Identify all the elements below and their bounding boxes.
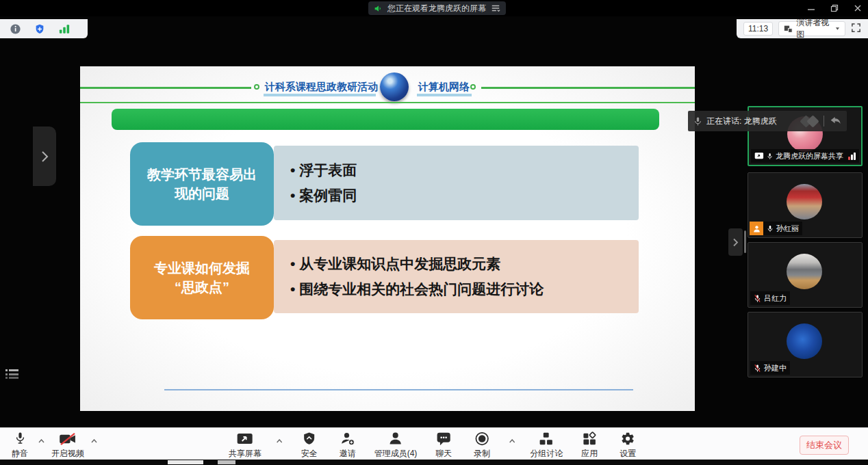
close-button[interactable]: [853, 3, 863, 13]
chevron-down-icon: [835, 27, 840, 31]
sidebar-collapse-handle[interactable]: [728, 228, 743, 256]
slide-row1-title-box: 教学环节最容易出现的问题: [130, 142, 274, 226]
watching-screen-pill[interactable]: 您正在观看龙腾虎跃的屏幕: [368, 1, 506, 15]
header-ring-left: [254, 84, 259, 90]
apps-icon: [583, 431, 597, 446]
meeting-toolbar: 静音 开启视频 共享屏幕 安全 邀请: [0, 427, 868, 460]
settings-button[interactable]: 设置: [616, 431, 639, 460]
start-video-button[interactable]: 开启视频: [51, 431, 84, 460]
network-signal-icon: [848, 152, 856, 160]
mute-options-chevron[interactable]: [38, 439, 44, 443]
slide-row1-content-box: 浮于表面 案例雷同: [274, 146, 639, 220]
person-icon: [389, 431, 403, 446]
mic-icon: [693, 116, 702, 127]
signal-bars-icon: [59, 24, 70, 34]
shield-icon: [303, 431, 316, 446]
person-icon: [752, 224, 761, 233]
participant-name: 孙建中: [764, 363, 787, 373]
slide-row2-bullet-2: 围绕专业相关的社会热门问题进行讨论: [290, 280, 639, 299]
chat-bubble-icon: [437, 432, 451, 446]
view-control-panel: 11:13 演讲者视图: [737, 19, 868, 38]
mic-muted-icon: [754, 364, 761, 373]
mic-on-icon: [767, 224, 774, 233]
slide-row2-title-line2: “思政点”: [154, 278, 250, 297]
chevron-right-icon: [40, 150, 49, 163]
share-options-chevron[interactable]: [277, 439, 283, 443]
slide-row2-title-line1: 专业课如何发掘: [154, 258, 250, 278]
end-meeting-button[interactable]: 结束会议: [800, 436, 849, 455]
chat-button[interactable]: 聊天: [432, 431, 455, 460]
agenda-list-icon[interactable]: [5, 369, 19, 380]
header-line-right: [481, 87, 695, 89]
security-status-button[interactable]: [30, 21, 49, 36]
slide-row1-bullet-1: 浮于表面: [290, 161, 639, 180]
participant-name: 孙红丽: [776, 224, 799, 234]
slide-footer-line: [164, 389, 633, 390]
record-options-chevron[interactable]: [509, 439, 515, 443]
slide-row2-bullet-1: 从专业课知识点中发掘思政元素: [290, 254, 639, 274]
watching-screen-text: 您正在观看龙腾虎跃的屏幕: [387, 3, 486, 14]
apps-button[interactable]: 应用: [578, 431, 601, 460]
camera-off-icon: [59, 432, 77, 446]
reply-arrow-icon[interactable]: [830, 116, 841, 126]
mic-muted-icon: [754, 294, 761, 303]
restore-button[interactable]: [830, 3, 839, 13]
participant-label: 龙腾虎跃的屏幕共享: [751, 149, 859, 163]
header-line-left: [80, 87, 251, 89]
meeting-window: 您正在观看龙腾虎跃的屏幕 11:13 演讲者视图: [0, 0, 868, 465]
record-button[interactable]: 录制: [470, 431, 494, 460]
screen-audio-icon: [374, 4, 383, 13]
header-underline-right: [417, 94, 472, 96]
slide-row2-title-box: 专业课如何发掘 “思政点”: [130, 236, 274, 319]
shield-plus-icon: [34, 23, 45, 35]
manage-members-button[interactable]: 管理成员(4): [374, 431, 418, 460]
left-panel-expand-handle[interactable]: [33, 127, 56, 186]
breakout-rooms-icon: [539, 432, 554, 446]
share-screen-button[interactable]: 共享屏幕: [229, 431, 261, 460]
meeting-info-button[interactable]: [5, 21, 25, 36]
fullscreen-icon: [851, 23, 861, 33]
slide-header-right-title: 计算机网络: [418, 81, 470, 94]
mic-on-icon: [767, 152, 773, 161]
pill-menu-icon[interactable]: [491, 3, 500, 13]
fullscreen-button[interactable]: [851, 23, 861, 36]
participant-tile[interactable]: 孙建中: [748, 312, 863, 377]
sidebar-scrollbar[interactable]: [744, 230, 746, 253]
host-role-badge: [750, 222, 763, 235]
slide-green-bar: [112, 109, 659, 130]
banner-divider: [824, 116, 824, 127]
participant-label: 孙红丽: [763, 222, 802, 235]
header-underline-left: [264, 94, 376, 96]
slide-row1-bullet-2: 案例雷同: [290, 186, 639, 205]
person-plus-icon: [340, 431, 355, 446]
view-mode-dropdown[interactable]: 演讲者视图: [778, 21, 845, 36]
participant-tile[interactable]: 孙红丽: [748, 172, 863, 238]
invite-button[interactable]: 邀请: [336, 431, 359, 460]
toolbar-left-group: 静音 开启视频: [8, 431, 97, 460]
security-button[interactable]: 安全: [298, 431, 321, 460]
slide-row2-content-box: 从专业课知识点中发掘思政元素 围绕专业相关的社会热门问题进行讨论: [274, 240, 639, 313]
participant-label: 孙建中: [750, 361, 790, 375]
taskbar-window-preview[interactable]: [218, 460, 235, 464]
participant-label: 吕红力: [750, 291, 790, 305]
os-taskbar: [0, 460, 868, 465]
minimize-button[interactable]: [806, 3, 816, 13]
avatar: [787, 184, 822, 220]
screen-share-icon: [754, 152, 764, 160]
video-options-chevron[interactable]: [91, 439, 97, 443]
breakout-rooms-button[interactable]: 分组讨论: [530, 431, 563, 460]
network-quality-button[interactable]: [55, 21, 74, 36]
header-green-divider: [80, 102, 695, 103]
avatar: [787, 254, 822, 289]
participant-tile[interactable]: 吕红力: [748, 242, 863, 308]
window-title-bar: 您正在观看龙腾虎跃的屏幕: [0, 0, 868, 16]
speaking-text: 正在讲话: 龙腾虎跃: [706, 116, 797, 127]
avatar: [787, 323, 822, 359]
mute-button[interactable]: 静音: [8, 431, 31, 460]
participant-name: 吕红力: [764, 293, 787, 304]
view-mode-label: 演讲者视图: [796, 17, 832, 40]
mic-icon: [14, 431, 26, 446]
taskbar-window-preview[interactable]: [168, 460, 203, 464]
chevron-right-icon: [732, 238, 739, 247]
layout-icon: [784, 25, 793, 34]
